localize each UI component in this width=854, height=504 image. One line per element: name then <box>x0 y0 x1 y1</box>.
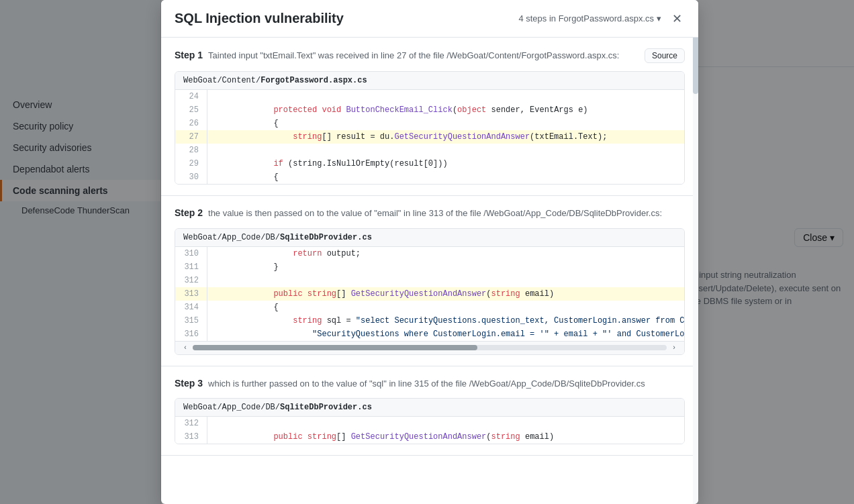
code-line: 25 protected void ButtonCheckEmail_Click… <box>175 103 684 117</box>
step-2-description: the value is then passed on to the value… <box>208 207 662 220</box>
code-line: 316 "SecurityQuestions where CustomerLog… <box>175 327 684 341</box>
step-2-section: Step 2 the value is then passed on to th… <box>161 196 698 366</box>
code-line: 29 if (string.IsNullOrEmpty(result[0])) <box>175 157 684 170</box>
step-2-file-header: WebGoat/App_Code/DB/SqliteDbProvider.cs <box>175 229 684 247</box>
step-1-code-block: WebGoat/Content/ForgotPassword.aspx.cs 2… <box>175 71 685 185</box>
modal-title: SQL Injection vulnerability <box>175 11 344 26</box>
scroll-left-arrow[interactable]: ‹ <box>181 344 190 352</box>
step-2-header: Step 2 the value is then passed on to th… <box>175 207 685 220</box>
code-line: 312 <box>175 417 684 430</box>
step-1-header: Step 1 Tainted input "txtEmail.Text" was… <box>175 48 685 63</box>
scroll-thumb <box>193 345 477 350</box>
code-line: 28 <box>175 144 684 157</box>
code-line: 311 } <box>175 260 684 274</box>
steps-dropdown[interactable]: 4 steps in ForgotPassword.aspx.cs ▾ <box>518 13 661 23</box>
code-line: 315 string sql = "select SecurityQuestio… <box>175 314 684 327</box>
modal-body: Step 1 Tainted input "txtEmail.Text" was… <box>161 38 698 456</box>
step-1-label: Step 1 <box>175 50 203 60</box>
code-horizontal-scrollbar[interactable]: ‹ › <box>175 341 684 354</box>
step-1-section: Step 1 Tainted input "txtEmail.Text" was… <box>161 38 698 196</box>
step-1-description: Tainted input "txtEmail.Text" was receiv… <box>208 49 619 62</box>
code-line: 30 { <box>175 170 684 184</box>
modal-dialog: SQL Injection vulnerability 4 steps in F… <box>161 0 698 504</box>
step-3-file-header: WebGoat/App_Code/DB/SqliteDbProvider.cs <box>175 399 684 417</box>
chevron-down-icon: ▾ <box>657 13 661 23</box>
step-2-label: Step 2 <box>175 207 203 218</box>
code-line: 313 public string[] GetSecurityQuestionA… <box>175 430 684 444</box>
step-3-description: which is further passed on to the value … <box>208 377 645 391</box>
code-line: 24 <box>175 90 684 103</box>
modal-header: SQL Injection vulnerability 4 steps in F… <box>161 0 698 38</box>
step-3-header: Step 3 which is further passed on to the… <box>175 377 685 391</box>
steps-label: 4 steps in ForgotPassword.aspx.cs <box>518 13 654 23</box>
scroll-track <box>193 345 667 350</box>
modal-scrollbar[interactable] <box>693 0 698 504</box>
modal-header-right: 4 steps in ForgotPassword.aspx.cs ▾ ✕ <box>518 11 685 26</box>
code-line-highlighted: 313 public string[] GetSecurityQuestionA… <box>175 287 684 301</box>
step-3-section: Step 3 which is further passed on to the… <box>161 366 698 456</box>
step-1-file-header: WebGoat/Content/ForgotPassword.aspx.cs <box>175 72 684 90</box>
step-3-code-lines: 312 313 public string[] GetSecurityQuest… <box>175 417 684 444</box>
step-3-code-block: WebGoat/App_Code/DB/SqliteDbProvider.cs … <box>175 398 685 444</box>
step-2-code-block: WebGoat/App_Code/DB/SqliteDbProvider.cs … <box>175 228 685 355</box>
code-line: 26 { <box>175 117 684 130</box>
modal-overlay: SQL Injection vulnerability 4 steps in F… <box>0 0 854 504</box>
source-button[interactable]: Source <box>645 48 685 63</box>
modal-close-button[interactable]: ✕ <box>669 11 685 26</box>
code-line: 314 { <box>175 301 684 314</box>
code-line-highlighted: 27 string[] result = du.GetSecurityQuest… <box>175 130 684 144</box>
scroll-right-arrow[interactable]: › <box>669 344 679 352</box>
step-2-code-lines: 310 return output; 311 } 312 <box>175 247 684 341</box>
code-line: 312 <box>175 274 684 287</box>
step-1-code-lines: 24 25 protected void ButtonCheckEmail_Cl… <box>175 90 684 184</box>
code-line: 310 return output; <box>175 247 684 260</box>
step-3-label: Step 3 <box>175 378 203 389</box>
